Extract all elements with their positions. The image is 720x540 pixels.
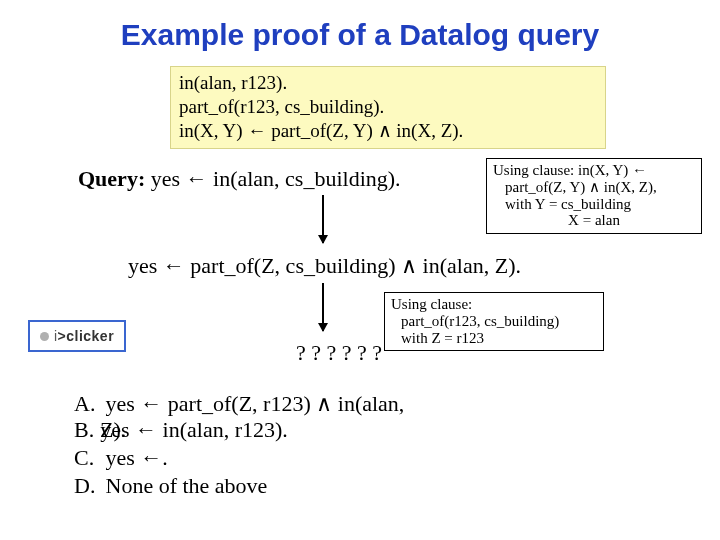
note2-l2: part_of(r123, cs_building) (391, 313, 597, 330)
answer-c: C. yes ←. (74, 444, 404, 472)
query-label: Query: (78, 166, 145, 191)
note1-l3: with Y = cs_building (493, 196, 695, 213)
fact-line-2: part_of(r123, cs_building). (179, 95, 597, 119)
answer-b-text: yes ← in(alan, r123). (100, 417, 288, 442)
answer-choices: A. yes ← part_of(Z, r123) ∧ in(alan, B.Z… (74, 390, 404, 501)
answer-d-label: D. (74, 472, 100, 500)
derivation-step-2: yes ← part_of(Z, cs_building) ∧ in(alan,… (128, 253, 521, 279)
note1-l1: Using clause: in(X, Y) ← (493, 162, 695, 179)
arrow-down-icon (322, 283, 324, 331)
iclicker-bold: >clicker (58, 328, 115, 344)
answer-a-tail: Z). (100, 417, 126, 442)
note1-l4: X = alan (493, 212, 695, 229)
note2-l1: Using clause: (391, 296, 597, 313)
question-marks: ? ? ? ? ? ? (296, 340, 382, 366)
answer-a-label: A. (74, 390, 100, 418)
answer-b-label: B. (74, 416, 100, 444)
answer-c-text: yes ←. (106, 445, 168, 470)
query-text: yes ← in(alan, cs_building). (145, 166, 400, 191)
facts-box: in(alan, r123). part_of(r123, cs_buildin… (170, 66, 606, 149)
answer-d-text: None of the above (106, 473, 268, 498)
dot-icon (40, 332, 49, 341)
answer-d: D. None of the above (74, 472, 404, 500)
note-box-1: Using clause: in(X, Y) ← part_of(Z, Y) ∧… (486, 158, 702, 234)
note2-l3: with Z = r123 (391, 330, 597, 347)
arrow-down-icon (322, 195, 324, 243)
answer-a-text: yes ← part_of(Z, r123) ∧ in(alan, (106, 391, 405, 416)
answer-a: A. yes ← part_of(Z, r123) ∧ in(alan, (74, 390, 404, 418)
note-box-2: Using clause: part_of(r123, cs_building)… (384, 292, 604, 351)
answer-c-label: C. (74, 444, 100, 472)
fact-line-3: in(X, Y) ← part_of(Z, Y) ∧ in(X, Z). (179, 119, 597, 143)
iclicker-logo: i>clicker (28, 320, 126, 352)
note1-l2: part_of(Z, Y) ∧ in(X, Z), (493, 179, 695, 196)
answer-b: B.Z).yes ← in(alan, r123). (74, 416, 404, 444)
fact-line-1: in(alan, r123). (179, 71, 597, 95)
query-line: Query: yes ← in(alan, cs_building). (78, 166, 401, 192)
slide-title: Example proof of a Datalog query (0, 0, 720, 52)
